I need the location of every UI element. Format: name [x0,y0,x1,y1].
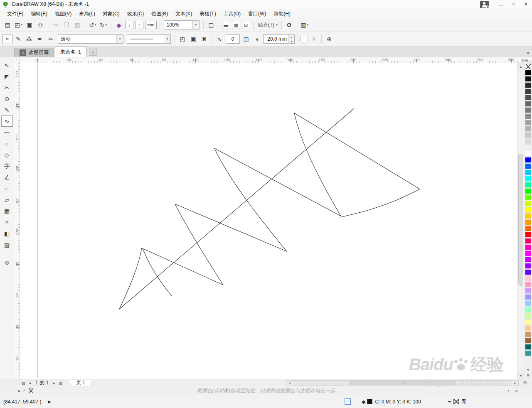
palette-swatch-8[interactable] [525,113,531,119]
redo-dropdown-icon[interactable]: ▾ [106,23,107,27]
flyout-arrow-icon[interactable]: ▸ [18,388,20,393]
tab-scroll-right[interactable]: ▸ [527,50,530,55]
menu-view[interactable]: 视图(V) [51,9,75,18]
freehand-smoothing-button[interactable]: ∿ [214,34,224,44]
palette-swatch-26[interactable] [525,226,531,231]
show-guidelines-button[interactable]: ⊞ [242,21,250,29]
menu-text[interactable]: 文本(X) [172,9,196,18]
palette-swatch-23[interactable] [525,207,531,213]
quick-customize-button[interactable]: ⊕ [324,34,334,44]
palette-swatch-21[interactable] [525,194,531,200]
rectangle-tool[interactable]: ▭ [1,127,13,138]
eyedropper-mini-icon[interactable]: ⁄ [24,388,25,393]
palette-expand-arrow[interactable]: » [515,388,518,393]
palette-swatch-24[interactable] [525,213,531,219]
ellipse-tool[interactable]: ○ [1,138,13,149]
page-border-button[interactable]: ⬚ [300,36,308,42]
calligraphic-mode-button[interactable]: ✒ [35,34,45,44]
previous-page-button[interactable]: ◂ [27,381,33,385]
menu-object[interactable]: 对象(C) [99,9,123,18]
vertical-scrollbar[interactable]: ▴ ▾ [517,63,524,379]
palette-swatch-16[interactable] [525,163,531,169]
export-button[interactable]: ↑ [135,21,143,29]
menu-layout[interactable]: 布局(L) [75,9,99,18]
add-page-button[interactable]: ▤ [57,381,64,385]
menu-edit[interactable]: 编辑(E) [27,9,51,18]
shape-tool[interactable]: ◤ [1,71,13,82]
palette-swatch-43[interactable] [525,332,531,337]
options-gear-button[interactable]: ⚙ [284,20,294,30]
palette-swatch-40[interactable] [525,313,531,319]
palette-swatch-19[interactable] [525,182,531,188]
preset-stroke-list-combobox[interactable]: 滚动▾ [58,34,123,44]
save-stroke-button[interactable]: ▣ [188,34,198,44]
palette-swatch-15[interactable] [525,157,531,163]
new-document-button[interactable]: ▤ [2,20,12,30]
text-tool[interactable]: 字 [1,160,13,172]
parallel-dimension-tool[interactable]: ∠ [1,172,13,183]
open-document-button[interactable]: ◰▾ [13,20,24,30]
show-rulers-button[interactable]: ▬ [222,21,230,29]
zoom-levels-combobox[interactable]: 100%▾ [164,20,200,29]
palette-swatch-29[interactable] [525,244,531,250]
crop-tool[interactable]: ✂ [1,82,13,93]
palette-swatch-9[interactable] [525,120,531,125]
application-launcher-dropdown-icon[interactable]: ▾ [307,23,309,27]
palette-swatch-6[interactable] [525,101,531,107]
next-page-button[interactable]: ▸ [51,381,57,385]
scroll-up-button[interactable]: ▴ [517,63,524,70]
print-button[interactable]: ⎙ [35,20,45,30]
palette-swatch-25[interactable] [525,219,531,225]
no-color-mini-swatch[interactable] [29,388,33,393]
preset-mode-button[interactable]: ≈ [2,34,12,44]
account-avatar[interactable] [480,1,489,8]
palette-swatch-20[interactable] [525,188,531,194]
maximize-button[interactable]: □ [507,0,520,9]
save-button[interactable]: ▣ [25,20,34,30]
palette-swatch-5[interactable] [525,95,531,101]
search-content-button[interactable]: ◆ [114,20,124,30]
palette-swatch-33[interactable] [525,269,531,275]
scroll-right-button[interactable]: ▸ [512,381,518,386]
stroke-style-combobox[interactable]: ▾ [127,34,171,44]
undo-dropdown-icon[interactable]: ▾ [95,23,96,27]
polygon-tool[interactable]: ◇ [1,149,13,160]
palette-swatch-2[interactable] [525,76,531,82]
palette-swatch-7[interactable] [525,107,531,113]
menu-effects[interactable]: 效果(C) [123,9,148,18]
stroke-style-dropdown-icon[interactable]: ▾ [164,35,170,43]
menu-tools[interactable]: 工具(O) [220,9,244,18]
palette-swatch-30[interactable] [525,251,531,256]
minimize-button[interactable]: — [495,0,507,9]
undo-button[interactable]: ↺▾ [88,20,98,30]
palette-swatch-18[interactable] [525,176,531,182]
palette-swatch-28[interactable] [525,238,531,244]
palette-swatch-35[interactable] [525,282,531,288]
smoothing-value-input[interactable]: 0 [226,34,240,44]
palette-swatch-12[interactable] [525,138,531,144]
smoothing-slider-button[interactable]: ◫ [241,34,251,44]
palette-swatch-22[interactable] [525,201,531,206]
palette-swatch-46[interactable] [525,350,531,356]
drawing-canvas[interactable] [20,63,517,379]
close-button[interactable]: ✕ [520,0,532,9]
connector-tool[interactable]: ⌐ [1,183,13,194]
snap-to-button[interactable]: 贴齐(T)▾ [256,20,279,30]
palette-expand-button[interactable]: ⊞ [525,373,531,378]
vertical-scroll-thumb[interactable] [518,154,523,286]
palette-scroll-arrow[interactable]: › [507,388,509,393]
document-color-settings-icon[interactable] [345,398,351,405]
palette-swatch-4[interactable] [525,88,531,94]
stroke-width-wedge-button[interactable]: ◖ [252,34,262,44]
artistic-media-tool[interactable]: ∿ [1,116,13,127]
tab-document[interactable]: 未命名 -1 [55,47,86,57]
palette-swatch-14[interactable] [525,151,531,157]
palette-swatch-32[interactable] [525,263,531,269]
tab-welcome-screen[interactable]: ⌂ 欢迎屏幕 [14,48,54,57]
delete-stroke-button[interactable]: ✖ [199,34,209,44]
palette-swatch-37[interactable] [525,294,531,300]
full-screen-preview-button[interactable]: ▢ [206,20,216,30]
color-eyedropper-tool[interactable]: ✧ [1,216,13,228]
transparency-tool[interactable]: ▦ [1,205,13,216]
freehand-tool[interactable]: ✎ [1,104,13,116]
